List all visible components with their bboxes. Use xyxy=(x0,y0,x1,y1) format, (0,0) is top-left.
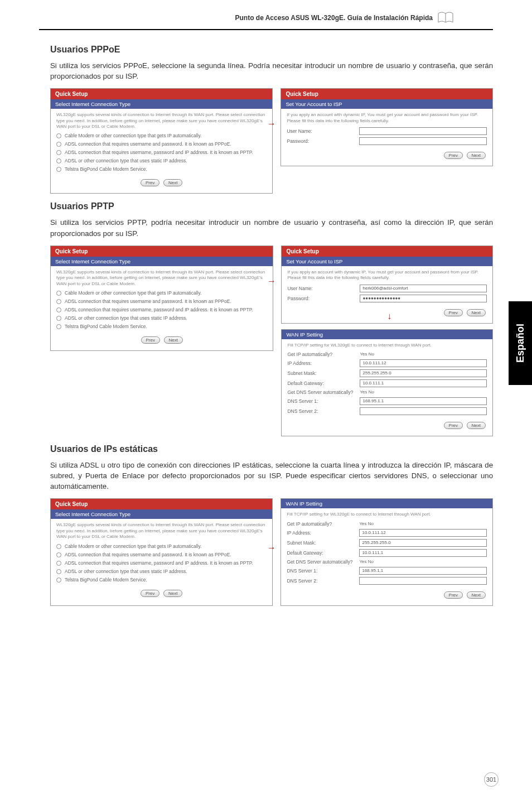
field-value[interactable]: Yes No xyxy=(359,559,374,564)
radio-icon xyxy=(56,552,61,557)
field-value[interactable]: Yes No xyxy=(360,389,374,394)
field-label: Get DNS Server automatically? xyxy=(287,559,359,565)
mask-input[interactable] xyxy=(359,539,487,547)
radio-option[interactable]: Telstra BigPond Cable Modem Service. xyxy=(56,324,267,329)
radio-option[interactable]: Cable Modem or other connection type tha… xyxy=(56,290,267,296)
dns2-input[interactable] xyxy=(360,407,487,415)
radio-label: Telstra BigPond Cable Modem Service. xyxy=(65,166,147,172)
pptp-left-panel: Quick Setup Select Internet Connection T… xyxy=(50,246,273,351)
pass-label: Password: xyxy=(287,138,359,144)
panel-subtitle: Set Your Account to ISP xyxy=(282,257,492,266)
static-right-panel: WAN IP Setting Fill TCP/IP setting for W… xyxy=(280,498,493,605)
pppoe-heading: Usuarios PPPoE xyxy=(50,45,493,55)
radio-option[interactable]: Telstra BigPond Cable Modem Service. xyxy=(56,166,267,172)
radio-icon xyxy=(56,316,61,321)
field-label: Get IP automatically? xyxy=(287,352,360,357)
page-number: 301 xyxy=(484,772,499,787)
radio-option[interactable]: ADSL connection that requires username, … xyxy=(56,560,267,566)
radio-option[interactable]: ADSL or other connection type that uses … xyxy=(56,569,267,574)
pptp-para: Si utiliza los servicios PPTP, podría ne… xyxy=(50,217,493,238)
radio-icon xyxy=(56,577,61,583)
field-label: Subnet Mask: xyxy=(287,540,359,546)
gw-input[interactable] xyxy=(360,379,487,387)
dns1-input[interactable] xyxy=(360,397,487,405)
radio-option[interactable]: ADSL or other connection type that uses … xyxy=(56,158,267,163)
radio-option[interactable]: ADSL connection that requires username a… xyxy=(56,552,267,557)
dns2-input[interactable] xyxy=(359,577,487,585)
radio-icon xyxy=(56,142,61,147)
pass-input[interactable] xyxy=(360,295,487,302)
field-label: IP Address: xyxy=(287,360,360,366)
radio-icon xyxy=(56,158,61,163)
field-label: IP Address: xyxy=(287,530,359,536)
radio-option[interactable]: Cable Modem or other connection type tha… xyxy=(56,133,267,138)
radio-label: ADSL or other connection type that uses … xyxy=(65,315,187,321)
prev-button[interactable]: Prev xyxy=(141,179,159,186)
radio-option[interactable]: ADSL connection that requires username, … xyxy=(56,150,267,155)
prev-button[interactable]: Prev xyxy=(444,152,463,159)
next-button[interactable]: Next xyxy=(163,179,182,186)
next-button[interactable]: Next xyxy=(467,309,486,316)
radio-icon xyxy=(56,133,61,138)
field-label: Get DNS Server automatically? xyxy=(287,389,360,395)
user-input[interactable] xyxy=(359,127,487,135)
radio-option[interactable]: Telstra BigPond Cable Modem Service. xyxy=(56,577,267,583)
field-value[interactable]: Yes No xyxy=(359,521,374,526)
prev-button[interactable]: Prev xyxy=(444,422,463,429)
prev-button[interactable]: Prev xyxy=(444,591,463,599)
field-label: DNS Server 2: xyxy=(287,408,360,414)
radio-option[interactable]: ADSL connection that requires username a… xyxy=(56,299,267,304)
radio-option[interactable]: ADSL connection that requires username, … xyxy=(56,307,267,312)
ip-input[interactable] xyxy=(360,359,487,367)
radio-icon xyxy=(56,150,61,155)
prev-button[interactable]: Prev xyxy=(141,336,160,344)
pass-label: Password: xyxy=(287,296,360,301)
book-icon xyxy=(437,11,454,25)
arrow-down-icon: ↓ xyxy=(387,311,391,321)
panel-title: Quick Setup xyxy=(281,89,492,99)
next-button[interactable]: Next xyxy=(467,591,486,599)
field-label: Subnet Mask: xyxy=(287,370,360,376)
mask-input[interactable] xyxy=(360,369,487,377)
pppoe-right-panel: Quick Setup Set Your Account to ISP If y… xyxy=(280,88,493,166)
language-tab: Español xyxy=(509,301,532,385)
gw-input[interactable] xyxy=(359,549,487,557)
next-button[interactable]: Next xyxy=(467,422,486,429)
radio-option[interactable]: Cable Modem or other connection type tha… xyxy=(56,543,267,549)
panel-subtitle: Set Your Account to ISP xyxy=(281,99,492,109)
radio-option[interactable]: ADSL or other connection type that uses … xyxy=(56,315,267,321)
pppoe-para: Si utiliza los servicios PPPoE, seleccio… xyxy=(50,60,493,81)
next-button[interactable]: Next xyxy=(163,590,182,597)
user-label: User Name: xyxy=(287,286,360,291)
panel-title: WAN IP Setting xyxy=(281,499,492,508)
radio-label: ADSL or other connection type that uses … xyxy=(65,569,187,574)
user-input[interactable] xyxy=(360,285,487,292)
radio-option[interactable]: ADSL connection that requires username a… xyxy=(56,141,267,147)
ip-input[interactable] xyxy=(359,529,487,537)
panel-title: Quick Setup xyxy=(282,246,492,257)
pass-input[interactable] xyxy=(359,137,487,145)
radio-icon xyxy=(56,307,61,312)
pptp-wan-panel: WAN IP Setting Fill TCP/IP setting for W… xyxy=(281,329,493,436)
field-label: DNS Server 2: xyxy=(287,578,359,584)
next-button[interactable]: Next xyxy=(164,336,183,344)
intro-text: WL320gE supports several kinds of connec… xyxy=(56,112,267,129)
field-label: DNS Server 1: xyxy=(287,398,360,404)
field-value[interactable]: Yes No xyxy=(360,352,374,357)
radio-label: ADSL connection that requires username a… xyxy=(65,299,231,304)
intro-text: Fill TCP/IP setting for WL320gE to conne… xyxy=(287,512,487,517)
static-left-panel: Quick Setup Select Internet Connection T… xyxy=(50,498,273,605)
next-button[interactable]: Next xyxy=(467,152,486,159)
radio-label: ADSL or other connection type that uses … xyxy=(65,158,187,163)
panel-title: Quick Setup xyxy=(51,246,273,257)
dns1-input[interactable] xyxy=(359,567,487,575)
radio-label: Telstra BigPond Cable Modem Service. xyxy=(65,324,147,329)
prev-button[interactable]: Prev xyxy=(444,309,463,316)
panel-subtitle: Select Internet Connection Type xyxy=(51,509,272,519)
radio-label: ADSL connection that requires username, … xyxy=(65,560,253,566)
radio-label: ADSL connection that requires username, … xyxy=(65,307,253,312)
prev-button[interactable]: Prev xyxy=(141,590,159,597)
intro-text: If you apply an account with dynamic IP,… xyxy=(287,112,487,124)
radio-icon xyxy=(56,569,61,574)
page-header: Punto de Acceso ASUS WL-320gE. Guía de I… xyxy=(39,0,493,30)
